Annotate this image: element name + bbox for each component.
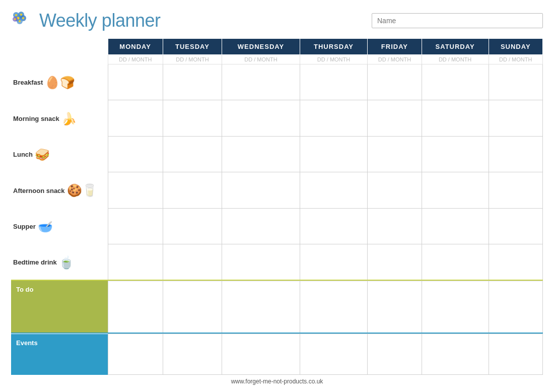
lunch-label: Lunch xyxy=(13,151,33,159)
svg-point-6 xyxy=(15,14,17,16)
afternoon-snack-friday[interactable] xyxy=(368,172,422,208)
breakfast-friday[interactable] xyxy=(368,64,422,100)
afternoon-snack-thursday[interactable] xyxy=(300,172,367,208)
morning-snack-row: Morning snack 🍌 xyxy=(11,100,543,136)
svg-point-9 xyxy=(19,20,21,22)
todo-thursday[interactable] xyxy=(300,281,367,333)
afternoon-snack-monday[interactable] xyxy=(108,172,163,208)
supper-row: Supper 🥣 xyxy=(11,208,543,244)
page: Weekly planner MONDAY TUESDAY WEDNESDAY … xyxy=(0,0,554,392)
morning-snack-wednesday[interactable] xyxy=(222,100,300,136)
breakfast-sunday[interactable] xyxy=(489,64,542,100)
todo-tuesday[interactable] xyxy=(163,281,222,333)
day-sunday: SUNDAY xyxy=(489,39,542,55)
bedtime-drink-saturday[interactable] xyxy=(422,244,489,280)
afternoon-snack-wednesday[interactable] xyxy=(222,172,300,208)
lunch-sunday[interactable] xyxy=(489,136,542,172)
date-friday[interactable]: DD / MONTH xyxy=(368,55,422,64)
supper-friday[interactable] xyxy=(368,208,422,244)
date-label-empty xyxy=(11,55,108,64)
date-monday[interactable]: DD / MONTH xyxy=(108,55,163,64)
breakfast-label: Breakfast xyxy=(13,79,43,87)
todo-monday[interactable] xyxy=(108,281,163,333)
todo-label: To do xyxy=(16,286,33,293)
lunch-icon: 🥪 xyxy=(35,149,50,161)
todo-wednesday[interactable] xyxy=(222,281,300,333)
supper-sunday[interactable] xyxy=(489,208,542,244)
morning-snack-sunday[interactable] xyxy=(489,100,542,136)
header: Weekly planner xyxy=(11,9,543,32)
lunch-monday[interactable] xyxy=(108,136,163,172)
supper-wednesday[interactable] xyxy=(222,208,300,244)
supper-monday[interactable] xyxy=(108,208,163,244)
lunch-wednesday[interactable] xyxy=(222,136,300,172)
todo-saturday[interactable] xyxy=(422,281,489,333)
day-thursday: THURSDAY xyxy=(300,39,367,55)
bedtime-drink-monday[interactable] xyxy=(108,244,163,280)
events-tuesday[interactable] xyxy=(163,334,222,375)
bedtime-drink-sunday[interactable] xyxy=(489,244,542,280)
afternoon-snack-sunday[interactable] xyxy=(489,172,542,208)
morning-snack-icon: 🍌 xyxy=(61,113,77,125)
breakfast-monday[interactable] xyxy=(108,64,163,100)
todo-friday[interactable] xyxy=(368,281,422,333)
lunch-friday[interactable] xyxy=(368,136,422,172)
supper-icon: 🥣 xyxy=(38,221,53,233)
afternoon-snack-row: Afternoon snack 🍪🥛 xyxy=(11,172,543,208)
morning-snack-monday[interactable] xyxy=(108,100,163,136)
breakfast-label-cell: Breakfast 🥚🍞 xyxy=(11,64,108,100)
bedtime-drink-thursday[interactable] xyxy=(300,244,367,280)
name-input[interactable] xyxy=(372,13,543,28)
breakfast-tuesday[interactable] xyxy=(163,64,222,100)
morning-snack-saturday[interactable] xyxy=(422,100,489,136)
flower-logo-icon xyxy=(11,9,34,32)
morning-snack-friday[interactable] xyxy=(368,100,422,136)
date-tuesday[interactable]: DD / MONTH xyxy=(163,55,222,64)
breakfast-saturday[interactable] xyxy=(422,64,489,100)
date-wednesday[interactable]: DD / MONTH xyxy=(222,55,300,64)
date-thursday[interactable]: DD / MONTH xyxy=(300,55,367,64)
breakfast-icon: 🥚🍞 xyxy=(45,77,75,89)
morning-snack-tuesday[interactable] xyxy=(163,100,222,136)
breakfast-thursday[interactable] xyxy=(300,64,367,100)
afternoon-snack-label: Afternoon snack xyxy=(13,187,65,195)
svg-point-7 xyxy=(20,14,22,16)
events-thursday[interactable] xyxy=(300,334,367,375)
supper-label-cell: Supper 🥣 xyxy=(11,208,108,244)
bedtime-drink-row: Bedtime drink 🍵 xyxy=(11,244,543,280)
lunch-tuesday[interactable] xyxy=(163,136,222,172)
bedtime-drink-wednesday[interactable] xyxy=(222,244,300,280)
afternoon-snack-icon: 🍪🥛 xyxy=(67,184,97,197)
day-header-row: MONDAY TUESDAY WEDNESDAY THURSDAY FRIDAY… xyxy=(11,39,543,55)
supper-saturday[interactable] xyxy=(422,208,489,244)
breakfast-wednesday[interactable] xyxy=(222,64,300,100)
morning-snack-thursday[interactable] xyxy=(300,100,367,136)
events-friday[interactable] xyxy=(368,334,422,375)
bedtime-drink-label-inner: Bedtime drink 🍵 xyxy=(13,256,106,269)
day-tuesday: TUESDAY xyxy=(163,39,222,55)
morning-snack-label-inner: Morning snack 🍌 xyxy=(13,113,106,125)
afternoon-snack-saturday[interactable] xyxy=(422,172,489,208)
supper-thursday[interactable] xyxy=(300,208,367,244)
bedtime-drink-tuesday[interactable] xyxy=(163,244,222,280)
bedtime-drink-friday[interactable] xyxy=(368,244,422,280)
day-saturday: SATURDAY xyxy=(422,39,489,55)
supper-tuesday[interactable] xyxy=(163,208,222,244)
footer: www.forget-me-not-products.co.uk xyxy=(11,375,543,385)
todo-sunday[interactable] xyxy=(489,281,542,333)
date-sunday[interactable]: DD / MONTH xyxy=(489,55,542,64)
events-label: Events xyxy=(16,339,38,347)
lunch-thursday[interactable] xyxy=(300,136,367,172)
lunch-saturday[interactable] xyxy=(422,136,489,172)
date-saturday[interactable]: DD / MONTH xyxy=(422,55,489,64)
events-saturday[interactable] xyxy=(422,334,489,375)
afternoon-snack-tuesday[interactable] xyxy=(163,172,222,208)
events-sunday[interactable] xyxy=(489,334,542,375)
breakfast-row: Breakfast 🥚🍞 xyxy=(11,64,543,100)
page-title: Weekly planner xyxy=(39,10,160,31)
events-monday[interactable] xyxy=(108,334,163,375)
supper-label: Supper xyxy=(13,223,36,231)
planner-table-wrap: MONDAY TUESDAY WEDNESDAY THURSDAY FRIDAY… xyxy=(11,38,543,375)
morning-snack-label-cell: Morning snack 🍌 xyxy=(11,100,108,136)
events-wednesday[interactable] xyxy=(222,334,300,375)
